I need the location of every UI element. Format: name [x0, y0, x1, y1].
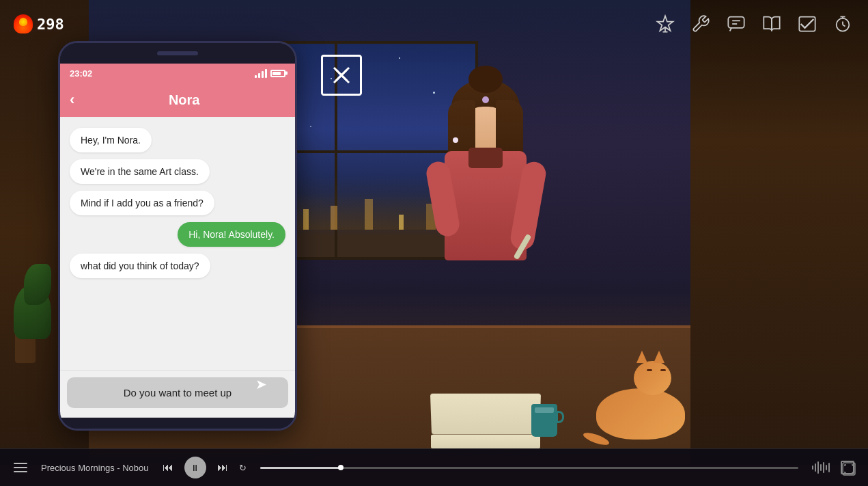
phone-status-bar: 23:02: [60, 64, 295, 83]
hud-left: 298: [14, 14, 64, 33]
phone-header: ‹ Nora: [60, 83, 295, 117]
phone-notch: [60, 43, 295, 64]
signal-bar-1: [255, 75, 257, 78]
svg-line-1: [334, 68, 349, 83]
achievement-icon[interactable]: [654, 12, 677, 36]
chat-message-3: Hi, Nora! Absolutely.: [178, 222, 285, 247]
wave-bar-4: [820, 464, 822, 471]
wave-bar-5: [823, 462, 824, 473]
wave-bar-2: [815, 463, 816, 472]
hud-right: [654, 12, 854, 36]
progress-bar-area: [260, 467, 798, 469]
menu-line-2: [14, 467, 27, 468]
signal-bar-3: [262, 71, 264, 78]
battery-icon: [270, 70, 285, 77]
fire-icon: [14, 14, 33, 33]
progress-track[interactable]: [260, 467, 798, 469]
chat-icon[interactable]: [725, 12, 748, 36]
plant: [7, 284, 44, 363]
signal-bars: [255, 68, 267, 78]
phone-time: 23:02: [70, 68, 92, 79]
menu-line-1: [14, 463, 27, 464]
phone-notch-bar: [157, 51, 198, 55]
menu-line-3: [14, 471, 27, 472]
progress-thumb: [338, 465, 344, 470]
cat: [596, 388, 685, 440]
media-controls: ⏮ ⏸ ⏭ ↻: [163, 457, 247, 478]
signal-bar-4: [265, 69, 267, 78]
phone-reply-area: Do you want to meet up: [60, 370, 295, 418]
chat-message-2: Mind if I add you as a friend?: [70, 191, 214, 215]
book-icon[interactable]: [760, 12, 783, 36]
battery-fill: [272, 72, 281, 75]
wave-bar-1: [812, 465, 813, 470]
repeat-button[interactable]: ↻: [239, 463, 247, 473]
back-button[interactable]: ‹: [70, 91, 74, 109]
media-right: [812, 461, 854, 474]
home-bar[interactable]: [157, 430, 198, 431]
wave-bar-6: [826, 465, 827, 470]
play-pause-button[interactable]: ⏸: [184, 457, 206, 478]
expand-button[interactable]: [321, 55, 362, 96]
reply-option-button[interactable]: Do you want to meet up: [67, 377, 288, 408]
tools-icon[interactable]: [689, 12, 712, 36]
timer-icon[interactable]: [831, 12, 854, 36]
media-bar: Precious Mornings - Nobou ⏮ ⏸ ⏭ ↻: [0, 448, 868, 486]
phone-bottom: [60, 418, 295, 431]
chat-area: Hey, I'm Nora. We're in the same Art cla…: [60, 117, 295, 370]
menu-icon[interactable]: [14, 463, 27, 472]
wave-bar-7: [828, 463, 830, 472]
contact-name: Nora: [83, 92, 285, 108]
chat-message-1: We're in the same Art class.: [70, 159, 210, 184]
signal-bar-2: [258, 73, 260, 78]
fullscreen-icon[interactable]: [841, 461, 854, 474]
next-button[interactable]: ⏭: [217, 461, 228, 474]
phone: 23:02 ‹ Nora Hey, I'm Nora. We're in the…: [58, 41, 297, 431]
track-info: Precious Mornings - Nobou: [41, 463, 149, 473]
check-icon[interactable]: [796, 12, 819, 36]
character-area: [273, 34, 697, 448]
chat-message-0: Hey, I'm Nora.: [70, 128, 152, 152]
prev-button[interactable]: ⏮: [163, 461, 173, 474]
svg-rect-5: [728, 17, 744, 28]
wave-bar-3: [817, 461, 819, 474]
bookshelf-right: [690, 0, 868, 465]
progress-fill: [260, 467, 341, 469]
svg-line-0: [334, 68, 349, 83]
mug: [531, 404, 557, 437]
waveform-icon[interactable]: [812, 461, 830, 474]
phone-signal: [255, 68, 285, 78]
svg-line-11: [843, 25, 845, 26]
hud-score: 298: [37, 16, 64, 33]
chat-message-4: what did you think of today?: [70, 254, 210, 278]
